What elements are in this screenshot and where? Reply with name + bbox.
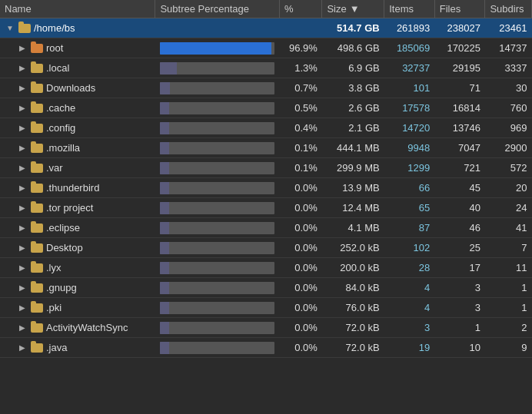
header-subtree[interactable]: Subtree Percentage xyxy=(155,0,280,18)
folder-icon xyxy=(31,164,43,173)
table-row[interactable]: ▶.eclipse0.0%4.1 MB874641 xyxy=(0,218,532,238)
folder-icon xyxy=(31,104,43,113)
table-row[interactable]: ▶.local1.3%6.9 GB32737291953337 xyxy=(0,58,532,78)
name-cell: ▶Desktop xyxy=(0,238,155,258)
percent-cell: 0.4% xyxy=(279,118,322,138)
folder-icon xyxy=(31,343,43,353)
bar-container xyxy=(160,302,275,314)
subtree-cell xyxy=(155,318,280,338)
bar-fill xyxy=(160,222,169,234)
table-row[interactable]: ▶.gnupg0.0%84.0 kB431 xyxy=(0,278,532,298)
percent-cell: 0.1% xyxy=(279,158,322,178)
bar-container xyxy=(160,182,275,194)
expander-icon[interactable]: ▶ xyxy=(17,303,28,313)
expander-icon[interactable]: ▶ xyxy=(17,343,28,353)
expander-icon[interactable]: ▶ xyxy=(17,203,28,214)
name-cell: ▶.java xyxy=(0,338,155,358)
row-label: /home/bs xyxy=(34,22,75,34)
items-cell: 14720 xyxy=(384,118,435,138)
bar-container xyxy=(160,222,275,234)
files-cell: 1 xyxy=(434,318,485,338)
subtree-cell xyxy=(155,158,280,178)
bar-container xyxy=(160,342,275,354)
subdirs-cell: 2 xyxy=(485,318,532,338)
expander-icon[interactable]: ▶ xyxy=(17,123,28,134)
expander-icon[interactable]: ▶ xyxy=(17,103,28,114)
percent-cell: 0.1% xyxy=(279,138,322,158)
table-row[interactable]: ▶Desktop0.0%252.0 kB102257 xyxy=(0,238,532,258)
expander-icon[interactable]: ▶ xyxy=(17,283,28,293)
items-cell: 19 xyxy=(384,338,435,358)
table-row[interactable]: ▶Downloads0.7%3.8 GB1017130 xyxy=(0,78,532,98)
table-row[interactable]: ▶.pki0.0%76.0 kB431 xyxy=(0,298,532,318)
header-size[interactable]: Size ▼ xyxy=(322,0,384,18)
expander-icon[interactable]: ▶ xyxy=(17,243,28,253)
table-row[interactable]: ▶.cache0.5%2.6 GB1757816814760 xyxy=(0,98,532,118)
table-row[interactable]: ▶.tor project0.0%12.4 MB654024 xyxy=(0,198,532,218)
percent-cell: 96.9% xyxy=(279,38,322,58)
subdirs-cell: 1 xyxy=(485,278,532,298)
subtree-cell xyxy=(155,58,280,78)
percent-cell: 0.7% xyxy=(279,78,322,98)
percent-cell: 0.0% xyxy=(279,278,322,298)
header-percent[interactable]: % xyxy=(279,0,322,18)
bar-fill xyxy=(160,342,169,354)
name-cell: ▶.tor project xyxy=(0,198,155,218)
items-cell: 66 xyxy=(384,178,435,198)
table-row[interactable]: ▶.mozilla0.1%444.1 MB994870472900 xyxy=(0,138,532,158)
percent-cell: 0.0% xyxy=(279,338,322,358)
folder-icon xyxy=(31,263,43,273)
row-label: Downloads xyxy=(46,82,95,94)
files-cell: 721 xyxy=(434,158,485,178)
bar-fill xyxy=(160,302,169,314)
expander-icon[interactable]: ▶ xyxy=(17,223,28,233)
items-cell: 3 xyxy=(384,318,435,338)
subtree-cell xyxy=(155,78,280,98)
expander-icon[interactable]: ▼ xyxy=(5,23,15,34)
subtree-cell xyxy=(155,218,280,238)
bar-fill xyxy=(160,202,169,214)
size-sort-label: Size ▼ xyxy=(327,3,359,15)
subdirs-cell: 969 xyxy=(485,118,532,138)
folder-icon xyxy=(31,283,43,293)
bar-container xyxy=(160,262,275,274)
table-row[interactable]: ▶.var0.1%299.9 MB1299721572 xyxy=(0,158,532,178)
header-files[interactable]: Files xyxy=(434,0,485,18)
header-items[interactable]: Items xyxy=(384,0,435,18)
subtree-cell xyxy=(155,298,280,318)
bar-fill xyxy=(160,262,169,274)
table-row[interactable]: ▶.config0.4%2.1 GB1472013746969 xyxy=(0,118,532,138)
bar-container xyxy=(160,62,275,75)
table-row[interactable]: ▶root96.9%498.6 GB18506917022514737 xyxy=(0,38,532,58)
size-cell: 12.4 MB xyxy=(322,198,384,218)
percent-cell xyxy=(279,18,322,38)
table-row[interactable]: ▶.lyx0.0%200.0 kB281711 xyxy=(0,258,532,278)
files-cell: 46 xyxy=(434,218,485,238)
table-row[interactable]: ▶.java0.0%72.0 kB19109 xyxy=(0,338,532,358)
name-cell: ▼/home/bs xyxy=(0,18,155,38)
folder-icon xyxy=(31,184,43,193)
table-row[interactable]: ▶.thunderbird0.0%13.9 MB664520 xyxy=(0,178,532,198)
header-name[interactable]: Name xyxy=(0,0,155,18)
bar-container xyxy=(160,322,275,334)
files-cell: 3 xyxy=(434,298,485,318)
bar-fill xyxy=(160,162,169,174)
folder-icon xyxy=(31,64,43,73)
expander-icon[interactable]: ▶ xyxy=(17,323,28,333)
subdirs-cell: 14737 xyxy=(485,38,532,58)
name-cell: ▶.mozilla xyxy=(0,138,155,158)
expander-icon[interactable]: ▶ xyxy=(17,83,28,94)
expander-icon[interactable]: ▶ xyxy=(17,63,28,74)
expander-icon[interactable]: ▶ xyxy=(17,143,28,154)
table-row[interactable]: ▼/home/bs514.7 GB26189323802723461 xyxy=(0,18,532,38)
expander-icon[interactable]: ▶ xyxy=(17,183,28,194)
expander-icon[interactable]: ▶ xyxy=(17,263,28,273)
name-cell: ▶.config xyxy=(0,118,155,138)
bar-container xyxy=(160,82,275,94)
expander-icon[interactable]: ▶ xyxy=(17,43,28,54)
header-subdirs[interactable]: Subdirs xyxy=(485,0,532,18)
name-cell: ▶.thunderbird xyxy=(0,178,155,198)
size-cell: 13.9 MB xyxy=(322,178,384,198)
expander-icon[interactable]: ▶ xyxy=(17,163,28,174)
table-row[interactable]: ▶ActivityWatchSync0.0%72.0 kB312 xyxy=(0,318,532,338)
